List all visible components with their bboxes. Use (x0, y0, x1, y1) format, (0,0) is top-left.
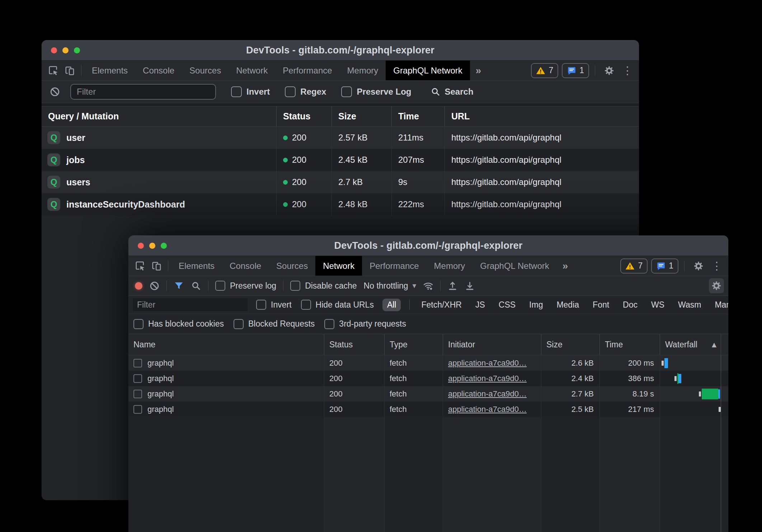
checkbox[interactable] (290, 281, 300, 291)
kebab-menu-icon[interactable]: ⋮ (710, 260, 723, 272)
initiator-link[interactable]: application-a7ca9d0… (448, 374, 527, 383)
filter-checkbox[interactable]: Regex (285, 86, 326, 97)
more-panels-chevron-icon[interactable]: » (557, 256, 574, 276)
export-har-icon[interactable] (465, 281, 475, 291)
panel-tab[interactable]: Console (222, 256, 269, 276)
query-row[interactable]: Q user 200 2.57 kB 211ms https://gitlab.… (42, 127, 639, 149)
checkbox[interactable] (341, 86, 352, 97)
filter-input[interactable] (70, 84, 216, 100)
column-header[interactable]: Time (600, 334, 660, 355)
panel-tab[interactable]: Performance (362, 256, 426, 276)
filter-checkbox[interactable]: Invert (231, 86, 270, 97)
column-header[interactable]: Type (385, 334, 443, 355)
request-type-chip[interactable]: All (382, 299, 401, 311)
titlebar[interactable]: DevTools - gitlab.com/-/graphql-explorer (128, 236, 728, 256)
kebab-menu-icon[interactable]: ⋮ (621, 64, 634, 77)
panel-tab[interactable]: Memory (427, 256, 473, 276)
checkbox[interactable] (256, 300, 266, 310)
filter-checkbox[interactable]: Hide data URLs (301, 300, 374, 310)
preserve-log-checkbox[interactable]: Preserve log (215, 281, 276, 291)
clear-network-log-icon[interactable] (149, 281, 160, 291)
checkbox[interactable] (301, 300, 311, 310)
panel-tab[interactable]: Sources (269, 256, 315, 276)
throttling-dropdown[interactable]: No throttling ▼ (364, 281, 417, 291)
query-row[interactable]: Q instanceSecurityDashboard 200 2.48 kB … (42, 193, 639, 215)
request-type-chip[interactable]: Manifest (712, 299, 728, 311)
filter-checkbox[interactable]: Preserve Log (341, 86, 411, 97)
panel-tab[interactable]: Elements (84, 61, 135, 80)
option-checkbox[interactable]: Has blocked cookies (133, 319, 224, 329)
column-header[interactable]: Size (541, 334, 600, 355)
search-icon[interactable] (191, 281, 201, 291)
scrollbar-gutter[interactable] (721, 355, 728, 371)
request-type-chip[interactable]: Wasm (675, 299, 704, 311)
checkbox[interactable] (285, 86, 296, 97)
request-type-chip[interactable]: JS (472, 299, 488, 311)
checkbox[interactable] (133, 319, 144, 329)
checkbox[interactable] (324, 319, 334, 329)
issues-badge[interactable]: 1 (562, 63, 589, 78)
close-button[interactable] (51, 47, 57, 53)
request-type-chip[interactable]: WS (648, 299, 667, 311)
filter-checkbox[interactable]: Invert (256, 300, 292, 310)
settings-gear-icon[interactable] (690, 261, 707, 271)
warnings-badge[interactable]: 7 (531, 63, 558, 78)
search-control[interactable]: Search (431, 87, 473, 97)
panel-tab[interactable]: Memory (340, 61, 386, 80)
scrollbar-gutter[interactable] (721, 371, 728, 386)
warnings-badge[interactable]: 7 (620, 258, 648, 274)
scrollbar-gutter[interactable] (721, 402, 728, 417)
column-header[interactable]: Status (324, 334, 385, 355)
initiator-link[interactable]: application-a7ca9d0… (448, 389, 527, 399)
panel-tab[interactable]: Elements (171, 256, 222, 276)
fullscreen-button[interactable] (161, 243, 167, 249)
panel-tab[interactable]: Console (135, 61, 182, 80)
checkbox[interactable] (231, 86, 242, 97)
request-row[interactable]: graphql 200 fetch application-a7ca9d0… 2… (128, 355, 728, 371)
request-type-chip[interactable]: Media (554, 299, 582, 311)
network-filter-input[interactable] (133, 298, 248, 311)
request-row[interactable]: graphql 200 fetch application-a7ca9d0… 2… (128, 371, 728, 386)
column-header[interactable]: Initiator (443, 334, 541, 355)
panel-tab[interactable]: Sources (182, 61, 229, 80)
column-header[interactable]: Status (277, 106, 332, 126)
request-type-chip[interactable]: Fetch/XHR (418, 299, 464, 311)
request-type-chip[interactable]: CSS (496, 299, 518, 311)
request-type-chip[interactable]: Doc (620, 299, 640, 311)
network-settings-gear-icon[interactable] (709, 278, 724, 293)
option-checkbox[interactable]: 3rd-party requests (324, 319, 406, 329)
column-header[interactable]: Name (128, 334, 324, 355)
disable-cache-checkbox[interactable]: Disable cache (290, 281, 357, 291)
filter-funnel-icon[interactable] (174, 281, 184, 291)
row-checkbox[interactable] (133, 374, 142, 383)
request-type-chip[interactable]: Img (526, 299, 546, 311)
record-network-log-button[interactable] (135, 282, 142, 290)
clear-icon[interactable] (49, 86, 61, 97)
query-row[interactable]: Q jobs 200 2.45 kB 207ms https://gitlab.… (42, 149, 639, 171)
more-panels-chevron-icon[interactable]: » (470, 61, 487, 80)
titlebar[interactable]: DevTools - gitlab.com/-/graphql-explorer (42, 40, 639, 61)
column-header[interactable]: URL (445, 106, 639, 126)
panel-tab[interactable]: Network (229, 61, 275, 80)
row-checkbox[interactable] (133, 390, 142, 398)
import-har-icon[interactable] (447, 281, 458, 291)
query-row[interactable]: Q users 200 2.7 kB 9s https://gitlab.com… (42, 171, 639, 193)
row-checkbox[interactable] (133, 405, 142, 414)
column-header[interactable]: Query / Mutation (42, 106, 277, 126)
panel-tab[interactable]: Network (315, 256, 362, 276)
column-header[interactable]: Time (392, 106, 445, 126)
panel-tab[interactable]: GraphQL Network (472, 256, 557, 276)
close-button[interactable] (138, 243, 144, 249)
checkbox[interactable] (234, 319, 244, 329)
scrollbar-gutter[interactable] (721, 386, 728, 402)
option-checkbox[interactable]: Blocked Requests (234, 319, 315, 329)
initiator-link[interactable]: application-a7ca9d0… (448, 358, 527, 368)
request-row[interactable]: graphql 200 fetch application-a7ca9d0… 2… (128, 386, 728, 402)
issues-badge[interactable]: 1 (651, 258, 678, 274)
column-header[interactable]: Size (332, 106, 392, 126)
request-type-chip[interactable]: Font (590, 299, 612, 311)
panel-tab[interactable]: Performance (275, 61, 339, 80)
panel-tab[interactable]: GraphQL Network (386, 61, 470, 80)
scrollbar-gutter[interactable] (721, 417, 728, 532)
minimize-button[interactable] (62, 47, 69, 53)
